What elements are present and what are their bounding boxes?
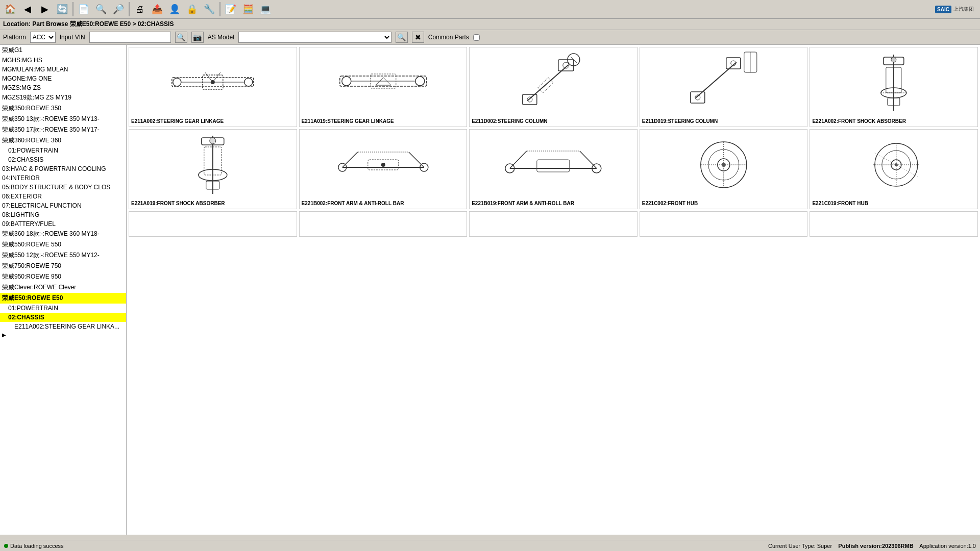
svg-line-22 [696,62,737,98]
svg-point-40 [210,138,216,144]
person-button[interactable]: 👤 [166,1,183,17]
part-card-row3-5[interactable] [810,211,978,237]
sidebar-item-body[interactable]: 05:BODY STRUCTURE & BODY CLOS [0,183,126,192]
logo-area: SAIC 上汽集团 [935,6,974,13]
part-card-e211a002[interactable]: E211A002:STEERING GEAR LINKAGE [129,47,297,127]
vin-search-button[interactable]: 🔍 [175,32,187,43]
note-button[interactable]: 📝 [223,1,239,17]
sidebar-item-exterior[interactable]: 06:EXTERIOR [0,192,126,201]
sidebar-item-roewee50[interactable]: 荣威E50:ROEWE E50 [0,293,126,304]
as-model-clear-button[interactable]: ✖ [412,32,424,43]
svg-point-10 [415,77,424,86]
svg-rect-56 [537,160,570,172]
svg-line-51 [510,151,527,168]
part-label-e221c002: E221C002:FRONT HUB [642,200,805,207]
vin-scan-button[interactable]: 📷 [191,32,204,43]
part-image-row3-4 [642,214,805,229]
part-card-row3-1[interactable] [129,211,297,237]
input-vin-field[interactable] [89,32,171,43]
sidebar-item-roewe550-12[interactable]: 荣威550 12款:-:ROEWE 550 MY12- [0,250,126,261]
parts-grid: E211A002:STEERING GEAR LINKAGE E211A019:… [129,47,978,237]
common-parts-checkbox[interactable] [473,34,480,41]
sidebar-item-roewe360-18[interactable]: 荣威360 18款:-:ROEWE 360 MY18- [0,229,126,239]
input-vin-label: Input VIN [60,34,85,41]
svg-point-49 [381,163,385,167]
zoom-button[interactable]: 🔎 [110,1,127,17]
as-model-select[interactable] [238,32,391,43]
sidebar-item-lighting[interactable]: 08:LIGHTING [0,210,126,219]
part-card-e221c019[interactable]: E221C019:FRONT HUB [810,129,978,209]
sidebar-item-roewe350-13[interactable]: 荣威350 13款:-:ROEWE 350 MY13- [0,114,126,124]
forward-button[interactable]: ▶ [37,1,53,17]
part-card-e221a002[interactable]: E221A002:FRONT SHOCK ABSORBER [810,47,978,127]
sidebar-item-roewe360[interactable]: 荣威360:ROEWE 360 [0,135,126,146]
separator-3 [219,2,220,16]
company-name: 上汽集团 [953,6,974,13]
part-card-e211d002[interactable]: E211D002:STEERING COLUMN [469,47,638,127]
sidebar-item-battery[interactable]: 09:BATTERY/FUEL [0,219,126,229]
svg-line-44 [408,152,424,167]
sidebar-item-electrical[interactable]: 07:ELECTRICAL FUNCTION [0,201,126,210]
sidebar-expand-arrow[interactable]: ▶ [0,331,126,339]
part-label-e221a002: E221A002:FRONT SHOCK ABSORBER [812,118,975,124]
part-card-row3-3[interactable] [469,211,638,237]
sidebar-item-mgone[interactable]: MGONE:MG ONE [0,74,126,83]
sidebar-item-clever[interactable]: 荣威Clever:ROEWE Clever [0,282,126,293]
content-area: E211A002:STEERING GEAR LINKAGE E211A019:… [127,45,980,535]
separator-2 [129,2,130,16]
platform-select[interactable]: ACC BCC MCC [30,32,56,43]
part-card-e221c002[interactable]: E221C002:FRONT HUB [640,129,808,209]
sidebar-item-mgmulan[interactable]: MGMULAN:MG MULAN [0,65,126,74]
part-card-row3-2[interactable] [299,211,468,237]
tools-button[interactable]: 🔧 [201,1,217,17]
sidebar-item-e211a002[interactable]: E211A002:STEERING GEAR LINKA... [0,322,126,331]
sidebar-item-e50-chassis[interactable]: 02:CHASSIS [0,313,126,322]
print-button[interactable]: 🖨 [132,1,148,17]
part-card-e211a019[interactable]: E211A019:STEERING GEAR LINKAGE [299,47,468,127]
as-model-search-button[interactable]: 🔍 [396,32,408,43]
part-card-e221b019[interactable]: E221B019:FRONT ARM & ANTI-ROLL BAR [469,129,638,209]
search-button[interactable]: 🔍 [93,1,109,17]
svg-point-34 [891,57,896,62]
sidebar-item-roewe360-chassis[interactable]: 02:CHASSIS [0,155,126,164]
calc-button[interactable]: 🧮 [240,1,256,17]
part-card-e211d019[interactable]: E211D019:STEERING COLUMN [640,47,808,127]
separator-1 [72,2,74,16]
part-image-e221b002 [302,132,465,198]
export-button[interactable]: 📤 [149,1,165,17]
sidebar-item-roewe750[interactable]: 荣威750:ROEWE 750 [0,261,126,271]
svg-rect-25 [726,58,741,69]
refresh-button[interactable]: 🔄 [54,1,70,17]
svg-rect-23 [691,92,705,103]
location-label: Location: [3,20,31,28]
sidebar-item-interior[interactable]: 04:INTERIOR [0,173,126,183]
sidebar-item-roewe350-17[interactable]: 荣威350 17款:-:ROEWE 350 MY17- [0,124,126,135]
back-button[interactable]: ◀ [19,1,36,17]
sidebar-item-e50-powertrain[interactable]: 01:POWERTRAIN [0,304,126,313]
sidebar-item-roewe550[interactable]: 荣威550:ROEWE 550 [0,239,126,250]
sidebar-item-hvac[interactable]: 03:HVAC & POWERTRAIN COOLING [0,164,126,173]
sidebar-item-roewe350[interactable]: 荣威350:ROEWE 350 [0,103,126,114]
part-label-e211a019: E211A019:STEERING GEAR LINKAGE [302,118,465,124]
sidebar-item-mghs[interactable]: MGHS:MG HS [0,56,126,65]
sidebar-item-roewe-g1[interactable]: 荣威G1 [0,45,126,56]
monitor-button[interactable]: 💻 [257,1,274,17]
sidebar-item-roewe360-powertrain[interactable]: 01:POWERTRAIN [0,146,126,155]
sidebar-item-mgzs19[interactable]: MGZS19款:MG ZS MY19 [0,92,126,103]
sidebar: 荣威G1 MGHS:MG HS MGMULAN:MG MULAN MGONE:M… [0,45,127,535]
new-button[interactable]: 📄 [76,1,92,17]
part-label-e211a002: E211A002:STEERING GEAR LINKAGE [131,118,295,124]
svg-line-14 [528,65,569,101]
sidebar-item-roewe950[interactable]: 荣威950:ROEWE 950 [0,271,126,282]
sidebar-item-mgzs[interactable]: MGZS:MG ZS [0,83,126,92]
part-card-e221a019[interactable]: E221A019:FRONT SHOCK ABSORBER [129,129,297,209]
location-path: Part Browse 荣威E50:ROEWE E50 > 02:CHASSIS [32,20,174,28]
part-image-row3-5 [812,214,975,229]
part-card-row3-4[interactable] [640,211,808,237]
part-image-e221c019 [812,132,975,198]
home-button[interactable]: 🏠 [2,1,18,17]
part-card-e221b002[interactable]: E221B002:FRONT ARM & ANTI-ROLL BAR [299,129,468,209]
lock-button[interactable]: 🔒 [184,1,200,17]
svg-line-43 [342,152,357,167]
svg-point-1 [173,78,181,86]
